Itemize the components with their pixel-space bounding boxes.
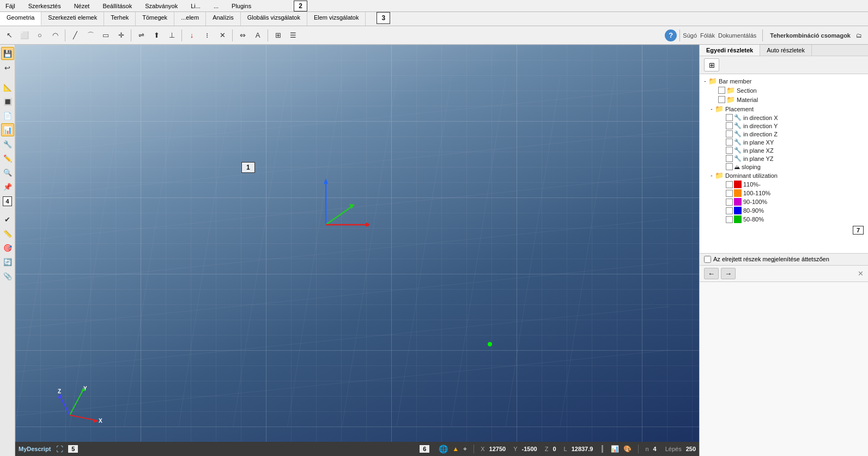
- sidebar-table-icon[interactable]: 📊: [1, 123, 14, 136]
- tree-toggle-domutil[interactable]: -: [708, 172, 715, 178]
- sidebar-tool-icon[interactable]: 🔧: [1, 137, 14, 151]
- viewport[interactable]: Z Y X 1 MyDescript ⛶ 5: [15, 45, 699, 456]
- checkbox-inz[interactable]: [726, 130, 733, 137]
- tree-in-plane-xy[interactable]: 🔧 in plane XY: [700, 138, 868, 146]
- circle-icon[interactable]: ○: [33, 28, 47, 43]
- menu-fajl[interactable]: Fájl: [2, 2, 19, 10]
- tree-section[interactable]: 📁 Section: [700, 86, 868, 95]
- tree-in-plane-xz[interactable]: 🔧 in plane XZ: [700, 146, 868, 154]
- sidebar-pin-icon[interactable]: 📌: [1, 180, 14, 193]
- tree-dominant-util[interactable]: - 📁 Dominant utilization: [700, 171, 868, 180]
- tab-elem[interactable]: ...elem: [174, 12, 206, 26]
- checkbox-90-100[interactable]: [726, 199, 733, 206]
- checkbox-material[interactable]: [718, 96, 725, 103]
- tree-in-dir-z[interactable]: 🔧 in direction Z: [700, 130, 868, 138]
- sidebar-rotate-icon[interactable]: 🔄: [1, 255, 14, 268]
- sidebar-select-icon[interactable]: 🔳: [1, 95, 14, 108]
- right-panel-icon-row: ⊞: [700, 56, 868, 74]
- polyline-icon[interactable]: ⌒: [83, 28, 98, 43]
- rp-tab-egyedi[interactable]: Egyedi részletek: [700, 45, 760, 56]
- line-icon[interactable]: ╱: [68, 28, 82, 43]
- support-icon[interactable]: ⊥: [165, 28, 179, 43]
- select-box-icon[interactable]: ⬜: [17, 28, 32, 43]
- tab-tomegek[interactable]: Tömegek: [136, 12, 174, 26]
- tree-label-inx: in direction X: [743, 115, 778, 121]
- tree-util-50-80[interactable]: 50-80%: [700, 215, 868, 224]
- dist-load-icon[interactable]: ⫶: [200, 28, 214, 43]
- move-icon[interactable]: ✛: [114, 28, 128, 43]
- cursor-icon[interactable]: ↖: [2, 28, 16, 43]
- rp-nav-next[interactable]: →: [721, 268, 736, 279]
- sidebar-check-icon[interactable]: ✔: [1, 213, 14, 226]
- checkbox-inxy[interactable]: [726, 139, 733, 146]
- tab-elem-vizsg[interactable]: Elem vizsgálatok: [307, 12, 366, 26]
- sidebar-edit-icon[interactable]: ✏️: [1, 152, 14, 165]
- tab-szerkezeti[interactable]: Szerkezeti elemek: [41, 12, 104, 26]
- tree-in-plane-yz[interactable]: 🔧 in plane YZ: [700, 154, 868, 163]
- checkbox-110p[interactable]: [726, 181, 733, 188]
- folak-label[interactable]: Fólák: [700, 32, 715, 39]
- tree-toggle-placement[interactable]: -: [708, 106, 715, 112]
- checkbox-50-80[interactable]: [726, 216, 733, 223]
- sidebar-search-icon[interactable]: 🔍: [1, 166, 14, 179]
- checkbox-inx[interactable]: [726, 114, 733, 121]
- tree-util-100-110[interactable]: 100-110%: [700, 189, 868, 197]
- sidebar-clip-icon[interactable]: 📎: [1, 269, 14, 283]
- tab-geometria[interactable]: Geometria: [0, 12, 41, 26]
- tree-util-110plus[interactable]: 110%-: [700, 180, 868, 189]
- sidebar-measure-icon[interactable]: 📏: [1, 227, 14, 240]
- grid-icon[interactable]: ⊞: [271, 28, 285, 43]
- arc-icon[interactable]: ◠: [48, 28, 62, 43]
- menu-plugins[interactable]: Plugins: [228, 2, 254, 10]
- checkbox-inxz[interactable]: [726, 147, 733, 154]
- extrude-icon[interactable]: ⬆: [149, 28, 163, 43]
- tab-analiz[interactable]: Analízis: [206, 12, 241, 26]
- tab-terhek[interactable]: Terhek: [104, 12, 136, 26]
- sidebar-undo-icon[interactable]: ↩: [1, 61, 14, 74]
- tree-in-dir-y[interactable]: 🔧 in direction Y: [700, 122, 868, 130]
- help-icon[interactable]: ?: [665, 29, 677, 41]
- menu-nezet[interactable]: Nézet: [71, 2, 93, 10]
- load-icon[interactable]: ↓: [185, 28, 199, 43]
- text-icon[interactable]: A: [251, 28, 265, 43]
- tree-in-dir-x[interactable]: 🔧 in direction X: [700, 113, 868, 122]
- rp-tab-auto[interactable]: Auto részletek: [760, 45, 812, 56]
- hidden-parts-checkbox[interactable]: [704, 256, 711, 263]
- tree-sloping[interactable]: ⛰ sloping: [700, 163, 868, 171]
- rectangle-icon[interactable]: ▭: [99, 28, 113, 43]
- section-icon[interactable]: ☰: [286, 28, 300, 43]
- dokumentalas-label[interactable]: Dokumentálás: [718, 32, 756, 39]
- dimension-icon[interactable]: ⇔: [235, 28, 250, 43]
- checkbox-section[interactable]: [718, 87, 725, 94]
- sidebar-save-icon[interactable]: 💾: [1, 47, 14, 60]
- menu-szabvanyok[interactable]: Szabványok: [142, 2, 181, 10]
- tab-globalis[interactable]: Globális vizsgálatok: [241, 12, 307, 26]
- sidebar-target-icon[interactable]: 🎯: [1, 241, 14, 254]
- tree-bar-member[interactable]: - 📁 Bar member: [700, 76, 868, 86]
- checkbox-100-110[interactable]: [726, 190, 733, 197]
- tree-util-90-100[interactable]: 90-100%: [700, 197, 868, 206]
- tree-util-80-90[interactable]: 80-90%: [700, 206, 868, 215]
- menu-extra[interactable]: ...: [210, 2, 222, 10]
- sidebar-geometry-icon[interactable]: 📐: [1, 81, 14, 94]
- checkbox-iny[interactable]: [726, 122, 733, 129]
- rp-grid-icon[interactable]: ⊞: [704, 58, 719, 71]
- tree-placement[interactable]: - 📁 Placement: [700, 104, 868, 113]
- menu-li[interactable]: Li...: [187, 2, 204, 10]
- sidebar-doc-icon[interactable]: 📄: [1, 109, 14, 122]
- tree-container[interactable]: - 📁 Bar member 📁 Section 📁 Material -: [700, 74, 868, 253]
- menu-beallitasok[interactable]: Beállítások: [99, 2, 135, 10]
- menu-szerkesztes[interactable]: Szerkesztés: [25, 2, 64, 10]
- tree-material[interactable]: 📁 Material: [700, 95, 868, 104]
- checkbox-sloping[interactable]: [726, 163, 733, 170]
- mirror-icon[interactable]: ⇌: [134, 28, 148, 43]
- tree-toggle-bar-member[interactable]: -: [702, 78, 708, 84]
- checkbox-80-90[interactable]: [726, 207, 733, 214]
- checkbox-inyz[interactable]: [726, 155, 733, 162]
- viewport-canvas[interactable]: Z Y X 1: [15, 45, 699, 456]
- snap-icon[interactable]: ✕: [215, 28, 229, 43]
- rp-close-icon[interactable]: ✕: [858, 269, 864, 278]
- teherkombinacio-icon[interactable]: 🗂: [852, 28, 866, 43]
- expand-icon[interactable]: ⛶: [56, 445, 63, 453]
- rp-nav-prev[interactable]: ←: [704, 268, 719, 279]
